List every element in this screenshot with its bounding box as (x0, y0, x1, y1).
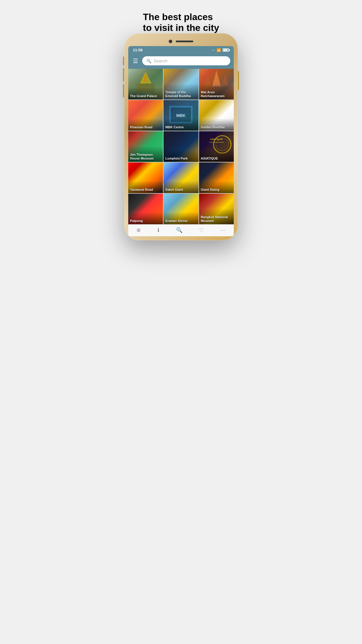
status-time: 11:58 (133, 48, 143, 52)
signal-dots-icon: ··· (212, 48, 215, 52)
place-label-saket: Saket Giant (165, 188, 196, 192)
volume-mute-button (123, 57, 124, 65)
battery-icon (223, 48, 229, 52)
place-overlay-yaowarat: Yaowarat Road (128, 181, 163, 193)
place-label-patpong: Patpong (130, 219, 161, 223)
front-camera (169, 40, 172, 43)
place-tile-emerald-buddha[interactable]: Temple of the Emerald Buddha (164, 69, 198, 99)
tab-favorite[interactable]: ♡ (199, 227, 204, 233)
map-icon: ⊕ (136, 227, 141, 233)
volume-up-button (123, 68, 124, 81)
place-tile-mbk[interactable]: MBK MBK Centre (164, 100, 198, 131)
place-overlay-lumphini: Lumphini Park (164, 150, 198, 162)
place-label-erawan: Erawan Shrine (165, 219, 196, 223)
place-tile-saket[interactable]: Saket Giant (164, 162, 198, 193)
place-tile-asiatique[interactable]: ASIATIQUE THE RIVERFRONT ASIATIQUE (199, 131, 234, 162)
place-label-emerald-buddha: Temple of the Emerald Buddha (165, 90, 196, 98)
search-icon: 🔍 (146, 59, 151, 63)
hamburger-menu-button[interactable]: ☰ (132, 57, 139, 65)
place-overlay-jim-thompson: Jim Thompson House Museum (128, 146, 163, 162)
place-label-yaowarat: Yaowarat Road (130, 188, 161, 192)
svg-text:THE RIVERFRONT: THE RIVERFRONT (209, 141, 224, 143)
tab-more[interactable]: ⋯ (220, 227, 226, 233)
place-label-asiatique: ASIATIQUE (201, 157, 232, 160)
phone-screen: 11:58 ··· 📶 ☰ 🔍 Search (128, 46, 234, 236)
status-bar: 11:58 ··· 📶 (128, 46, 234, 54)
place-label-khaosan: Khaosan Road (130, 125, 161, 129)
place-overlay-bangkok-national: Bangkok National Museum (199, 208, 234, 224)
place-overlay-mbk: MBK Centre (164, 118, 198, 131)
place-overlay-emerald-buddha: Temple of the Emerald Buddha (164, 83, 198, 99)
place-label-wat-arun: Wat Arun Ratchawararam (201, 90, 232, 98)
place-tile-golden-buddha[interactable]: Golden Buddha (199, 100, 234, 131)
phone-top-bar (128, 37, 234, 46)
svg-text:MBK: MBK (176, 113, 186, 118)
place-tile-yaowarat[interactable]: Yaowarat Road (128, 162, 163, 193)
place-label-grand-palace: The Grand Palace (130, 94, 161, 98)
phone-frame: 11:58 ··· 📶 ☰ 🔍 Search (124, 33, 238, 240)
place-overlay-giant-swing: Giant Swing (199, 181, 234, 193)
place-overlay-erawan: Erawan Shrine (164, 212, 198, 224)
place-label-bangkok-national: Bangkok National Museum (201, 215, 232, 223)
tab-search[interactable]: 🔍 (176, 227, 182, 233)
place-overlay-golden-buddha: Golden Buddha (199, 118, 234, 131)
volume-down-button (123, 84, 124, 97)
status-icons: ··· 📶 (212, 48, 229, 52)
place-overlay-patpong: Patpong (128, 212, 163, 224)
search-input[interactable]: Search (154, 58, 168, 63)
place-tile-patpong[interactable]: Patpong (128, 194, 163, 224)
svg-text:ASIATIQUE: ASIATIQUE (210, 138, 223, 141)
place-label-lumphini: Lumphini Park (165, 157, 196, 160)
place-overlay-grand-palace: The Grand Palace (128, 87, 163, 99)
place-label-golden-buddha: Golden Buddha (201, 125, 232, 129)
place-label-giant-swing: Giant Swing (201, 188, 232, 192)
more-icon: ⋯ (220, 227, 226, 233)
tab-info[interactable]: ℹ (157, 227, 159, 233)
place-overlay-wat-arun: Wat Arun Ratchawararam (199, 83, 234, 99)
place-tile-bangkok-national[interactable]: Bangkok National Museum (199, 194, 234, 224)
place-tile-giant-swing[interactable]: Giant Swing (199, 162, 234, 193)
place-label-mbk: MBK Centre (165, 125, 196, 129)
place-tile-jim-thompson[interactable]: Jim Thompson House Museum (128, 131, 163, 162)
heart-icon: ♡ (199, 227, 204, 233)
power-button (238, 71, 239, 90)
search-tab-icon: 🔍 (176, 227, 182, 233)
place-overlay-asiatique: ASIATIQUE (199, 150, 234, 162)
tab-map[interactable]: ⊕ (136, 227, 141, 233)
top-nav: ☰ 🔍 Search (128, 54, 234, 69)
place-overlay-saket: Saket Giant (164, 181, 198, 193)
places-grid: The Grand PalaceTemple of the Emerald Bu… (128, 69, 234, 224)
phone-speaker (176, 41, 193, 42)
search-bar[interactable]: 🔍 Search (142, 56, 230, 65)
place-tile-erawan[interactable]: Erawan Shrine (164, 194, 198, 224)
bottom-tab-bar: ⊕ ℹ 🔍 ♡ ⋯ (128, 224, 234, 236)
page-headline: The best places to visit in the city (143, 12, 219, 33)
place-label-jim-thompson: Jim Thompson House Museum (130, 153, 161, 160)
place-tile-khaosan[interactable]: Khaosan Road (128, 100, 163, 131)
place-tile-lumphini[interactable]: Lumphini Park (164, 131, 198, 162)
place-tile-wat-arun[interactable]: Wat Arun Ratchawararam (199, 69, 234, 99)
info-icon: ℹ (157, 227, 159, 233)
place-overlay-khaosan: Khaosan Road (128, 118, 163, 131)
place-tile-grand-palace[interactable]: The Grand Palace (128, 69, 163, 99)
wifi-icon: 📶 (217, 48, 221, 52)
